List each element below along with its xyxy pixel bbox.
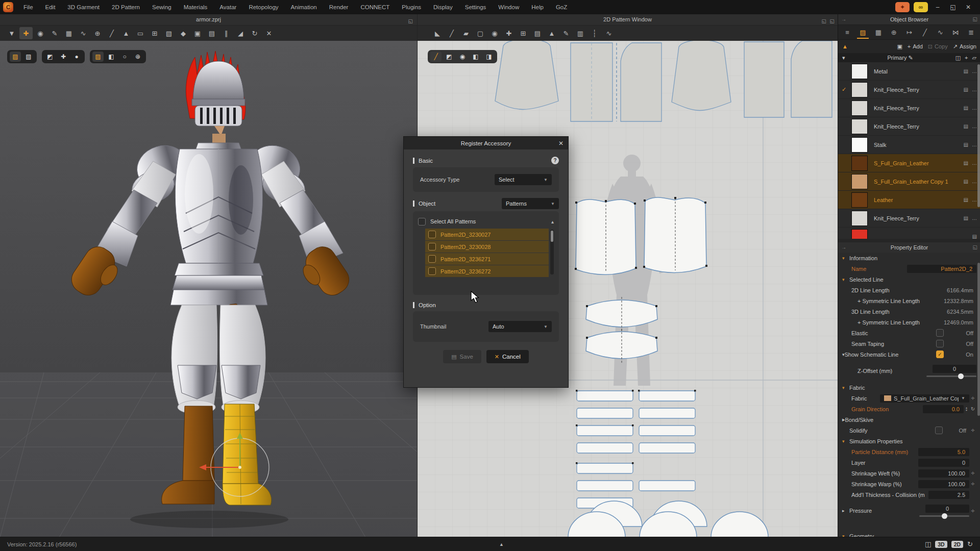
- marketplace-tools-icon[interactable]: ✦: [895, 2, 910, 12]
- fabric-dropdown[interactable]: S_Full_Grain_Leather Cop ▼: [880, 394, 969, 403]
- puckering-tab-icon[interactable]: ⋈: [948, 26, 963, 38]
- property-editor-scrollbar[interactable]: [977, 263, 980, 416]
- trim-tool-icon[interactable]: ◢: [234, 27, 247, 39]
- curve-tool-icon[interactable]: ↻: [248, 27, 261, 39]
- menu-settings[interactable]: Settings: [459, 0, 493, 14]
- menu-file[interactable]: File: [17, 0, 39, 14]
- minimize-button[interactable]: –: [932, 4, 943, 11]
- folder-icon[interactable]: ▱: [972, 55, 976, 61]
- save-fabric-icon[interactable]: ▤: [964, 160, 968, 166]
- save-fabric-icon[interactable]: ▤: [964, 123, 968, 129]
- select-all-checkbox[interactable]: [418, 218, 426, 226]
- schematic-checkbox[interactable]: ✓: [936, 350, 944, 358]
- solidify-checkbox[interactable]: [935, 427, 943, 434]
- name-field[interactable]: Pattern2D_2: [907, 265, 976, 273]
- fabric-row-stalk[interactable]: Stalk ▤ …: [838, 136, 980, 154]
- show-grid-toggle-icon[interactable]: ⊕: [132, 52, 143, 62]
- select-move-tool-icon[interactable]: ✚: [19, 27, 33, 39]
- show-avatar-toggle-icon[interactable]: ●: [71, 52, 82, 62]
- object-dropdown[interactable]: Patterns ▼: [502, 198, 559, 209]
- paste-fabric-icon[interactable]: ▣: [897, 43, 902, 50]
- piping-tab-icon[interactable]: ╱: [918, 26, 932, 38]
- keyframe-icon[interactable]: ✧: [969, 470, 976, 476]
- layer-2d-tool-icon[interactable]: ▤: [531, 27, 544, 39]
- pattern-checkbox[interactable]: [428, 231, 436, 238]
- more-options-icon[interactable]: …: [972, 179, 977, 184]
- save-button[interactable]: ▤ Save: [443, 350, 481, 363]
- object-browser-header[interactable]: → Object Browser ◱: [838, 14, 980, 25]
- pattern-item-3[interactable]: Pattern2D_3236271: [425, 253, 549, 265]
- avatar-tape-tool-icon[interactable]: ▲: [119, 27, 133, 39]
- help-icon[interactable]: ?: [551, 157, 559, 164]
- shrinkage-warp-field[interactable]: 100.00: [918, 480, 969, 488]
- collapse-icon[interactable]: ▾: [842, 256, 849, 261]
- fabric-swatch[interactable]: [851, 137, 868, 153]
- fabric-tab-icon[interactable]: ▨: [855, 26, 870, 38]
- pressure-slider[interactable]: [919, 515, 969, 517]
- more-options-icon[interactable]: …: [972, 160, 977, 166]
- pressure-field[interactable]: 0: [925, 505, 969, 513]
- menu-animation[interactable]: Animation: [285, 0, 323, 14]
- walk-tool-icon[interactable]: ✕: [262, 27, 276, 39]
- edit-texture-tool-icon[interactable]: ▦: [62, 27, 76, 39]
- collapse-list-icon[interactable]: ▴: [551, 219, 554, 224]
- history-tool-icon[interactable]: ▼: [5, 27, 18, 39]
- scene-tab-icon[interactable]: ≡: [840, 26, 854, 38]
- assign-fabric-button[interactable]: ↗Assign: [953, 43, 976, 50]
- save-fabric-icon[interactable]: ▤: [964, 142, 968, 147]
- collapse-icon[interactable]: ▾: [842, 385, 849, 390]
- more-options-icon[interactable]: …: [972, 197, 977, 203]
- grid-2d-tool-icon[interactable]: ⊞: [517, 27, 530, 39]
- particle-distance-field[interactable]: 5.0: [918, 448, 969, 456]
- show-cloth-toggle-icon[interactable]: ◧: [106, 52, 117, 62]
- pen-2d-tool-icon[interactable]: ✎: [559, 27, 573, 39]
- fabric-swatch[interactable]: [851, 82, 868, 97]
- button-tab-icon[interactable]: ⊕: [887, 26, 901, 38]
- menu-plugins[interactable]: Plugins: [396, 0, 427, 14]
- show-base-pattern-toggle-icon[interactable]: ◧: [470, 52, 481, 62]
- collapse-icon[interactable]: ▾: [842, 439, 849, 444]
- menu-connect[interactable]: CONNECT: [354, 0, 396, 14]
- dialog-titlebar[interactable]: Register Accessory ✕: [404, 137, 568, 149]
- fabric-row-knit-3[interactable]: Knit_Fleece_Terry ▤ …: [838, 117, 980, 136]
- save-fabric-icon[interactable]: ▤: [964, 68, 968, 74]
- pattern-list-scrollbar[interactable]: [550, 230, 554, 274]
- fabric-row-knit-2[interactable]: Knit_Fleece_Terry ▤ …: [838, 99, 980, 117]
- show-textile-toggle-icon[interactable]: ▨: [10, 52, 21, 62]
- show-garment-shell-toggle-icon[interactable]: ◩: [44, 52, 56, 62]
- dart-tool-icon[interactable]: ▲: [545, 27, 558, 39]
- create-rect-tool-icon[interactable]: ▢: [474, 27, 487, 39]
- fabric-group-row[interactable]: ▾ Primary ✎ ◫ + ▱: [838, 53, 980, 62]
- menu-render[interactable]: Render: [323, 0, 355, 14]
- spin-down-icon[interactable]: ▾: [966, 409, 967, 412]
- section-information[interactable]: ▾ Information: [838, 253, 980, 263]
- rename-group-icon[interactable]: ✎: [908, 55, 913, 61]
- buttonhole-tool-icon[interactable]: ▣: [191, 27, 204, 39]
- fabric-swatch[interactable]: [851, 192, 868, 208]
- cancel-button[interactable]: ✕ Cancel: [486, 350, 529, 363]
- object-browser-float-icon[interactable]: ◱: [973, 14, 977, 24]
- button-tool-icon[interactable]: ◆: [177, 27, 190, 39]
- menu-display[interactable]: Display: [427, 0, 459, 14]
- fabric-swatch[interactable]: [851, 229, 868, 239]
- save-fabric-icon[interactable]: ▤: [972, 234, 977, 239]
- menu-retopology[interactable]: Retopology: [242, 0, 284, 14]
- section-simulation[interactable]: ▾ Simulation Properties: [838, 436, 980, 446]
- more-options-icon[interactable]: …: [972, 87, 977, 92]
- more-options-icon[interactable]: …: [972, 142, 977, 147]
- goz-icon[interactable]: ∞: [914, 2, 928, 12]
- fabric-list-scrollbar[interactable]: [977, 64, 980, 207]
- keyframe-icon[interactable]: ✧: [969, 481, 976, 487]
- fabric-row-leather-1[interactable]: S_Full_Grain_Leather ▤ …: [838, 154, 980, 172]
- save-fabric-icon[interactable]: ▤: [964, 215, 968, 221]
- pattern-item-1[interactable]: Pattern2D_3230027: [425, 229, 549, 240]
- fabric-row-red[interactable]: ▤: [838, 228, 980, 239]
- save-fabric-icon[interactable]: ▤: [964, 105, 968, 111]
- move-pattern-tool-icon[interactable]: ✚: [502, 27, 516, 39]
- fabric-swatch[interactable]: [851, 101, 868, 116]
- more-options-icon[interactable]: …: [972, 215, 977, 221]
- texture-tool-icon[interactable]: ▧: [162, 27, 176, 39]
- menu-goz[interactable]: GoZ: [550, 0, 573, 14]
- save-fabric-icon[interactable]: ▤: [964, 197, 968, 203]
- fabric-swatch[interactable]: [851, 156, 868, 171]
